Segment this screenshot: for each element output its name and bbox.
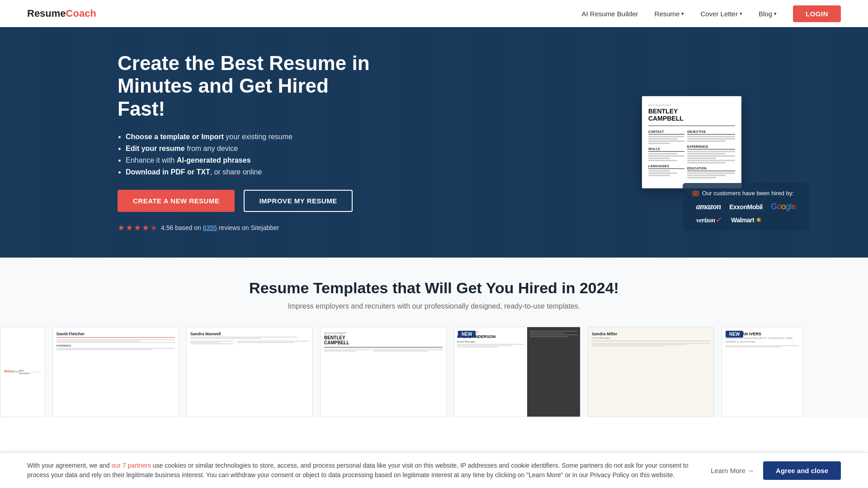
template-preview-4: ACCOUNTANT BENTLEYCAMPBELL (321, 327, 446, 417)
rating-row: ★ ★ ★ ★ ★ 4.56 based on 6355 reviews on … (118, 223, 380, 233)
navbar: ResumeCoach AI Resume Builder Resume▾ Co… (0, 0, 868, 27)
cookie-actions: Learn More → Agree and close (711, 461, 841, 480)
rc-right-col: OBJECTIVE EXPERIENCE (687, 130, 735, 181)
hired-logos-grid: amazon ExxonMobil Google verizon✓ Walmar… (692, 202, 800, 224)
templates-title: Resume Templates that Will Get You Hired… (0, 279, 868, 297)
template-item-3[interactable]: Sandra Maxwell (186, 327, 313, 417)
hero-bullet-1: Choose a template or Import your existin… (126, 133, 380, 141)
star-1: ★ (118, 223, 125, 233)
hero-buttons: CREATE A NEW RESUME IMPROVE MY RESUME (118, 190, 380, 212)
templates-carousel: Neboa Web Developer: David Fletcher (0, 327, 868, 417)
rating-text: 4.56 based on 6355 reviews on Sitejabber (161, 224, 279, 231)
templates-section: Resume Templates that Will Get You Hired… (0, 258, 868, 417)
template-preview-1: Neboa Web Developer: (0, 327, 45, 417)
hero-bullets: Choose a template or Import your existin… (118, 133, 380, 176)
rc-grid: CONTACT SKILLS LANGUAGES (648, 130, 735, 181)
chevron-down-icon: ▾ (740, 11, 742, 17)
briefcase-icon: 💼 (692, 189, 699, 197)
exxonmobil-logo: ExxonMobil (729, 203, 763, 211)
hired-by-box: 💼 Our customers have been hired by: amaz… (683, 183, 809, 230)
nav-resume[interactable]: Resume▾ (655, 10, 684, 18)
google-logo: Google (771, 202, 796, 211)
star-rating: ★ ★ ★ ★ ★ (118, 223, 157, 233)
new-badge-7: NEW (726, 331, 743, 338)
template-item-7[interactable]: NEW JONATHAN IVERS Certified public acco… (722, 327, 803, 417)
templates-subtitle: Impress employers and recruiters with ou… (0, 302, 868, 310)
template-item-2[interactable]: David Fletcher EXPERIENCE (52, 327, 179, 417)
template-item-6[interactable]: Sandra Miller Event Manager (588, 327, 714, 417)
amazon-logo: amazon (696, 202, 721, 211)
rc-job-title: ACCOUNTANT (648, 103, 735, 107)
partners-link[interactable]: our 7 partners (112, 462, 151, 469)
logo-text-coach: Coach (66, 8, 96, 19)
hero-title: Create the Best Resume in Minutes and Ge… (118, 52, 380, 121)
hero-bullet-4: Download in PDF or TXT, or share online (126, 168, 380, 176)
new-badge-5: NEW (458, 331, 476, 338)
learn-more-link[interactable]: Learn More → (711, 467, 754, 474)
cookie-banner: With your agreement, we and our 7 partne… (0, 452, 868, 488)
hero-section: Create the Best Resume in Minutes and Ge… (0, 27, 868, 258)
nav-ai-resume-builder[interactable]: AI Resume Builder (582, 10, 638, 18)
star-3: ★ (134, 223, 141, 233)
template-preview-6: Sandra Miller Event Manager (588, 327, 714, 417)
rc-left-col: CONTACT SKILLS LANGUAGES (648, 130, 684, 181)
chevron-down-icon: ▾ (774, 11, 777, 17)
template-item-1[interactable]: Neboa Web Developer: (0, 327, 45, 417)
nav-links: AI Resume Builder Resume▾ Cover Letter▾ … (582, 5, 841, 22)
rc-name: BENTLEYCAMPBELL (648, 108, 735, 122)
hero-content: Create the Best Resume in Minutes and Ge… (118, 52, 380, 233)
template-item-5[interactable]: NEW ACCOUNTANT CHLOE ANDERSON Event Mana… (454, 327, 580, 417)
star-5-half: ★ (150, 223, 157, 233)
template-item-4[interactable]: ACCOUNTANT BENTLEYCAMPBELL (320, 327, 447, 417)
walmart-logo: Walmart ✳ (731, 216, 761, 224)
template-preview-7: JONATHAN IVERS Certified public accounta… (722, 327, 802, 417)
logo-text-resume: Resume (27, 8, 66, 19)
create-resume-button[interactable]: CREATE A NEW RESUME (118, 190, 235, 212)
agree-and-close-button[interactable]: Agree and close (763, 461, 841, 480)
nav-cover-letter[interactable]: Cover Letter▾ (700, 10, 742, 18)
star-4: ★ (142, 223, 149, 233)
star-2: ★ (126, 223, 133, 233)
template-preview-3: Sandra Maxwell (187, 327, 312, 417)
cookie-text: With your agreement, we and our 7 partne… (27, 461, 705, 480)
nav-blog[interactable]: Blog▾ (759, 10, 777, 18)
hired-by-title: 💼 Our customers have been hired by: (692, 189, 800, 197)
hero-bullet-2: Edit your resume from any device (126, 145, 380, 153)
resume-card: ACCOUNTANT BENTLEYCAMPBELL CONTACT SKILL… (642, 96, 741, 188)
verizon-logo: verizon✓ (696, 216, 721, 224)
hero-bullet-3: Enhance it with AI-generated phrases (126, 156, 380, 164)
template-preview-2: David Fletcher EXPERIENCE (53, 327, 179, 417)
resume-card-preview: ACCOUNTANT BENTLEYCAMPBELL CONTACT SKILL… (642, 96, 741, 188)
logo[interactable]: ResumeCoach (27, 8, 96, 19)
rating-count-link[interactable]: 6355 (203, 224, 217, 231)
improve-resume-button[interactable]: IMPROVE MY RESUME (244, 190, 352, 212)
chevron-down-icon: ▾ (681, 11, 684, 17)
login-button[interactable]: LOGIN (793, 5, 841, 22)
